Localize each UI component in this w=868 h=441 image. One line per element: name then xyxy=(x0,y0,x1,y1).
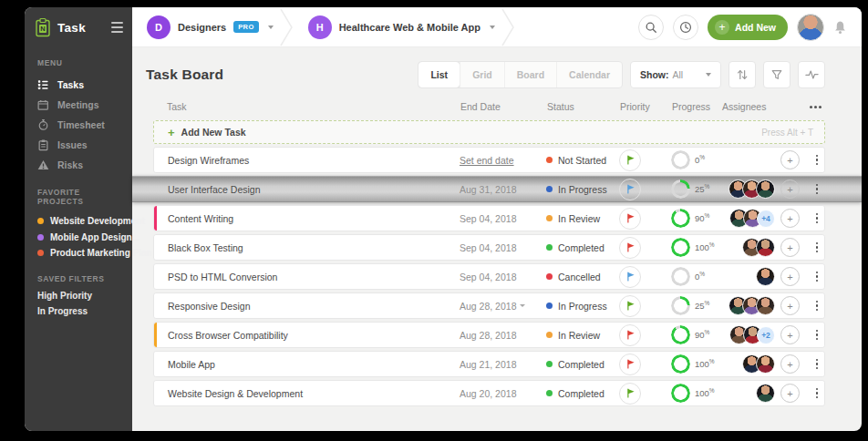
flag-icon xyxy=(624,270,637,283)
add-assignee-button[interactable]: + xyxy=(780,238,800,257)
add-assignee-button[interactable]: + xyxy=(780,179,800,199)
breadcrumb-separator xyxy=(501,7,515,47)
saved-filter-item[interactable]: In Progress xyxy=(37,306,125,322)
progress-percent: 0% xyxy=(695,271,705,282)
task-row[interactable]: PSD to HTML Conversion Sep 04, 2018 Canc… xyxy=(153,263,825,290)
row-menu-button[interactable] xyxy=(813,385,822,402)
assignee-avatar[interactable] xyxy=(756,267,775,286)
chevron-down-icon xyxy=(706,73,711,77)
more-assignees-badge[interactable]: +2 xyxy=(757,326,775,344)
assignees: + xyxy=(721,296,800,315)
recent-activity-button[interactable] xyxy=(673,15,698,40)
end-date[interactable]: Aug 28, 2018 xyxy=(460,301,546,312)
view-tab-board[interactable]: Board xyxy=(504,62,556,87)
task-row[interactable]: Design Wireframes Set end date Not Start… xyxy=(153,147,825,173)
end-date[interactable]: Aug 28, 2018 xyxy=(460,330,546,341)
task-row[interactable]: Responsive Design Aug 28, 2018 In Progre… xyxy=(153,292,825,319)
filter-button[interactable] xyxy=(763,61,790,88)
show-filter-dropdown[interactable]: Show: All xyxy=(630,61,721,88)
add-assignee-button[interactable]: + xyxy=(780,325,800,344)
add-assignee-button[interactable]: + xyxy=(780,296,800,315)
row-menu-button[interactable] xyxy=(813,210,822,227)
row-menu-button[interactable] xyxy=(813,298,822,314)
sidebar-item-meetings[interactable]: Meetings xyxy=(37,95,125,115)
priority-flag-button[interactable] xyxy=(619,237,641,259)
columns-menu-button[interactable] xyxy=(810,106,822,108)
assignee-avatar[interactable] xyxy=(756,384,775,403)
view-tab-calendar[interactable]: Calendar xyxy=(556,62,622,87)
assignee-avatar[interactable] xyxy=(756,238,775,257)
team-selector[interactable]: D Designers PRO xyxy=(132,7,279,47)
sidebar-item-risks[interactable]: Risks xyxy=(37,155,125,175)
end-date[interactable]: Sep 04, 2018 xyxy=(460,242,546,253)
more-assignees-badge[interactable]: +4 xyxy=(757,210,775,228)
favorite-project-item[interactable]: Product Marketing Plan xyxy=(37,245,125,262)
end-date[interactable]: Sep 04, 2018 xyxy=(460,213,546,224)
progress-cell: 90% xyxy=(671,209,721,228)
row-menu-button[interactable] xyxy=(813,181,822,198)
task-row[interactable]: Content Writing Sep 04, 2018 In Review 9… xyxy=(153,205,825,231)
project-selector[interactable]: H Healthcare Web & Mobile App xyxy=(294,7,501,47)
add-assignee-button[interactable]: + xyxy=(780,384,800,403)
add-assignee-button[interactable]: + xyxy=(780,354,800,374)
add-assignee-button[interactable]: + xyxy=(780,209,800,228)
column-status[interactable]: Status xyxy=(547,101,620,112)
priority-flag-button[interactable] xyxy=(619,354,641,375)
end-date[interactable]: Sep 04, 2018 xyxy=(460,272,546,282)
priority-flag-button[interactable] xyxy=(619,383,641,405)
add-new-button[interactable]: + Add New xyxy=(708,15,788,40)
add-assignee-button[interactable]: + xyxy=(780,267,800,286)
assignee-avatar[interactable] xyxy=(756,179,775,199)
column-task[interactable]: Task xyxy=(153,101,460,112)
sidebar-item-issues[interactable]: Issues xyxy=(37,135,125,155)
favorite-project-item[interactable]: Website Development xyxy=(37,213,125,230)
assignee-avatar[interactable] xyxy=(756,296,775,315)
priority-flag-button[interactable] xyxy=(619,295,641,317)
view-tab-list[interactable]: List xyxy=(418,62,460,87)
end-date[interactable]: Aug 31, 2018 xyxy=(460,184,546,195)
row-menu-button[interactable] xyxy=(813,152,822,169)
task-row[interactable]: Black Box Testing Sep 04, 2018 Completed… xyxy=(153,234,825,261)
priority-flag-button[interactable] xyxy=(619,324,641,346)
search-button[interactable] xyxy=(638,15,664,40)
view-tab-grid[interactable]: Grid xyxy=(460,62,504,87)
end-date[interactable]: Aug 21, 2018 xyxy=(460,359,546,370)
sort-button[interactable] xyxy=(728,61,756,88)
task-row[interactable]: User Interface Design Aug 31, 2018 In Pr… xyxy=(132,176,862,202)
priority-flag-button[interactable] xyxy=(619,179,641,200)
row-menu-button[interactable] xyxy=(813,356,822,373)
priority-flag-button[interactable] xyxy=(619,208,641,230)
team-avatar: D xyxy=(147,15,170,39)
saved-filter-item[interactable]: High Priority xyxy=(37,291,125,306)
task-row[interactable]: Website Design & Development Aug 20, 201… xyxy=(153,380,825,406)
assignee-avatar[interactable] xyxy=(756,354,775,374)
row-menu-button[interactable] xyxy=(813,240,822,256)
end-date[interactable]: Aug 20, 2018 xyxy=(460,388,546,399)
add-assignee-button[interactable]: + xyxy=(780,150,800,169)
notifications-bell-icon[interactable] xyxy=(833,20,847,35)
meetings-icon xyxy=(37,98,49,111)
column-end-date[interactable]: End Date xyxy=(460,101,547,112)
row-menu-button[interactable] xyxy=(813,269,822,285)
add-new-task-row[interactable]: + Add New Task Press Alt + T xyxy=(153,120,825,144)
task-row[interactable]: Cross Browser Compatibility Aug 28, 2018… xyxy=(153,322,825,348)
activity-button[interactable] xyxy=(798,61,825,88)
priority-flag-button[interactable] xyxy=(619,266,641,288)
column-progress[interactable]: Progress xyxy=(672,101,722,112)
user-avatar[interactable] xyxy=(797,14,824,41)
priority-flag-button[interactable] xyxy=(619,149,641,171)
progress-ring xyxy=(671,296,690,315)
hamburger-menu-icon[interactable] xyxy=(111,22,123,33)
task-status: Not Started xyxy=(546,155,619,166)
row-menu-button[interactable] xyxy=(813,327,822,344)
flag-icon xyxy=(624,182,637,196)
sidebar-item-timesheet[interactable]: Timesheet xyxy=(37,115,125,135)
plus-icon: + xyxy=(168,126,175,139)
sidebar-item-tasks[interactable]: Tasks xyxy=(37,75,125,95)
column-priority[interactable]: Priority xyxy=(620,101,672,112)
task-row[interactable]: Mobile App Aug 21, 2018 Completed 100% + xyxy=(153,351,825,377)
project-color-bar xyxy=(154,323,157,347)
column-assignees[interactable]: Assignees xyxy=(722,101,801,112)
favorite-project-item[interactable]: Mobile App Design... xyxy=(37,230,125,246)
end-date[interactable]: Set end date xyxy=(460,155,546,166)
